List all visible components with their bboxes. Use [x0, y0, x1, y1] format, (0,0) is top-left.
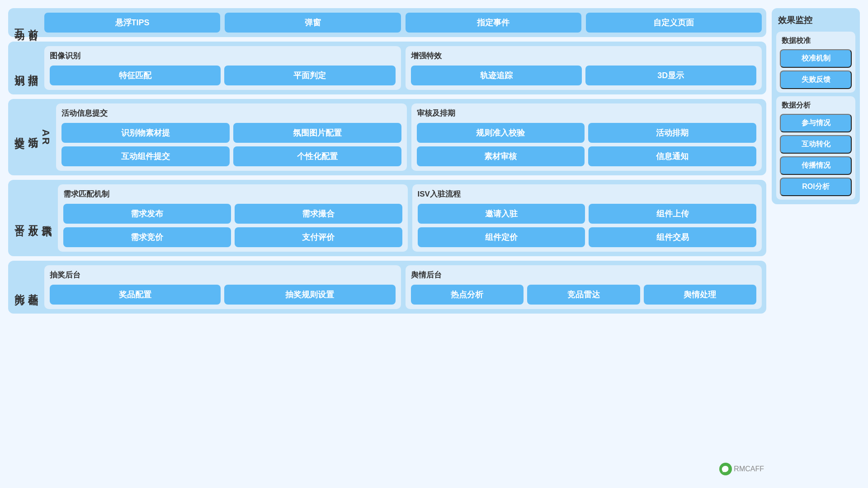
card-activity-title: 活动信息提交: [61, 108, 401, 118]
card-opinion-title: 舆情后台: [411, 270, 757, 280]
data-calibration-card: 数据校准 校准机制 失败反馈: [776, 32, 855, 93]
section-saomiao: 扫描识别 图像识别 特征匹配 平面判定 增强特效 轨迹追踪 3D显示: [8, 42, 766, 94]
lottery-row: 奖品配置 抽奖规则设置: [50, 285, 396, 305]
effect-monitor-section: 效果监控 数据校准 校准机制 失败反馈 数据分析 参与情况 互动转化 传播情况 …: [772, 8, 860, 204]
card-augment-title: 增强特效: [411, 51, 757, 61]
btn-dingprice[interactable]: 组件定价: [418, 227, 585, 247]
card-image-recognition: 图像识别 特征匹配 平面判定: [44, 46, 401, 90]
btn-jiaoyi[interactable]: 组件交易: [589, 227, 756, 247]
btn-xuanfu[interactable]: 悬浮TIPS: [44, 13, 220, 33]
activity-row2: 互动组件提交 个性化配置: [61, 146, 401, 166]
data-calibration-title: 数据校准: [780, 35, 852, 47]
btn-huodongzhuanhua[interactable]: 互动转化: [780, 135, 852, 154]
card-opinion: 舆情后台 热点分析 竞品雷达 舆情处理: [406, 265, 762, 309]
watermark: RMCAFF: [719, 463, 764, 475]
main-content: 前台互动 悬浮TIPS 弹窗 指定事件 自定义页面 扫描识别 图像识别 特征匹配…: [8, 8, 766, 480]
jichu-content: 抽奖后台 奖品配置 抽奖规则设置 舆情后台 热点分析 竞品雷达 舆情处理: [44, 265, 762, 309]
isv-row1: 邀请入驻 组件上传: [418, 204, 757, 224]
btn-yaoqing[interactable]: 邀请入驻: [418, 204, 585, 224]
demand-row1: 需求发布 需求撮合: [63, 204, 402, 224]
wechat-icon: [719, 463, 732, 475]
card-lottery-title: 抽奖后台: [50, 270, 396, 280]
btn-calibrate[interactable]: 校准机制: [780, 49, 852, 68]
isv-row2: 组件定价 组件交易: [418, 227, 757, 247]
btn-yuqing[interactable]: 舆情处理: [644, 285, 757, 305]
label-saomiao: 扫描识别: [13, 46, 40, 90]
btn-pingmian[interactable]: 平面判定: [224, 66, 395, 85]
btn-paiqiu[interactable]: 活动排期: [588, 123, 756, 143]
opinion-row: 热点分析 竞品雷达 舆情处理: [411, 285, 757, 305]
btn-jiangpin[interactable]: 奖品配置: [50, 285, 221, 305]
card-isv-title: ISV入驻流程: [418, 189, 757, 199]
image-btn-row: 特征匹配 平面判定: [50, 66, 396, 85]
label-qiantai: 前台互动: [13, 13, 40, 33]
btn-shangchuan[interactable]: 组件上传: [589, 204, 756, 224]
label-jichu: 基础能力: [13, 265, 40, 309]
btn-tanchuang[interactable]: 弹窗: [225, 13, 401, 33]
activity-row1: 识别物素材提 氛围图片配置: [61, 123, 401, 143]
effect-monitor-title: 效果监控: [776, 13, 855, 28]
review-row2: 素材审核 信息通知: [417, 146, 757, 166]
btn-fabu[interactable]: 需求发布: [63, 204, 231, 224]
btn-cuocao[interactable]: 需求撮合: [235, 204, 402, 224]
watermark-text: RMCAFF: [734, 465, 764, 473]
btn-redian[interactable]: 热点分析: [411, 285, 524, 305]
btn-tezheng[interactable]: 特征匹配: [50, 66, 221, 85]
label-ar: AR活动提交: [13, 103, 52, 171]
btn-guize[interactable]: 规则准入校验: [417, 123, 585, 143]
data-analysis-title: 数据分析: [780, 100, 852, 111]
demand-row2: 需求竞价 支付评价: [63, 227, 402, 247]
calibration-items: 校准机制 失败反馈: [780, 49, 852, 89]
btn-guiji[interactable]: 轨迹追踪: [411, 66, 582, 85]
right-panel: 效果监控 数据校准 校准机制 失败反馈 数据分析 参与情况 互动转化 传播情况 …: [772, 8, 860, 480]
analysis-items: 参与情况 互动转化 传播情况 ROI分析: [780, 114, 852, 196]
card-lottery: 抽奖后台 奖品配置 抽奖规则设置: [44, 265, 401, 309]
section-tencent: 腾讯开放平台 需求匹配机制 需求发布 需求撮合 需求竞价 支付评价 ISV入驻流…: [8, 180, 766, 256]
btn-gexing[interactable]: 个性化配置: [233, 146, 401, 166]
qiantai-buttons: 悬浮TIPS 弹窗 指定事件 自定义页面: [44, 13, 762, 33]
btn-zidingyi[interactable]: 自定义页面: [586, 13, 762, 33]
btn-canyujing[interactable]: 参与情况: [780, 114, 852, 132]
section-jichu: 基础能力 抽奖后台 奖品配置 抽奖规则设置 舆情后台 热点分析 竞品雷达 舆情处…: [8, 261, 766, 314]
btn-jingpin[interactable]: 竞品雷达: [527, 285, 640, 305]
btn-sucai[interactable]: 素材审核: [417, 146, 585, 166]
saomiao-content: 图像识别 特征匹配 平面判定 增强特效 轨迹追踪 3D显示: [44, 46, 762, 90]
section-qiantai: 前台互动 悬浮TIPS 弹窗 指定事件 自定义页面: [8, 8, 766, 37]
btn-shibiezuocai[interactable]: 识别物素材提: [61, 123, 230, 143]
btn-choujiang[interactable]: 抽奖规则设置: [224, 285, 395, 305]
card-activity-info: 活动信息提交 识别物素材提 氛围图片配置 互动组件提交 个性化配置: [56, 103, 407, 171]
btn-zujian[interactable]: 互动组件提交: [61, 146, 230, 166]
card-isv: ISV入驻流程 邀请入驻 组件上传 组件定价 组件交易: [412, 184, 762, 252]
ar-content: 活动信息提交 识别物素材提 氛围图片配置 互动组件提交 个性化配置 审核及排期 …: [56, 103, 762, 171]
tencent-content: 需求匹配机制 需求发布 需求撮合 需求竞价 支付评价 ISV入驻流程 邀请入驻 …: [58, 184, 762, 252]
btn-roi[interactable]: ROI分析: [780, 178, 852, 196]
btn-zhifu[interactable]: 支付评价: [235, 227, 402, 247]
card-review-title: 审核及排期: [417, 108, 757, 118]
btn-chuanbojing[interactable]: 传播情况: [780, 156, 852, 175]
card-review: 审核及排期 规则准入校验 活动排期 素材审核 信息通知: [411, 103, 762, 171]
review-row1: 规则准入校验 活动排期: [417, 123, 757, 143]
card-demand: 需求匹配机制 需求发布 需求撮合 需求竞价 支付评价: [58, 184, 408, 252]
btn-jingbiao[interactable]: 需求竞价: [63, 227, 231, 247]
btn-failure[interactable]: 失败反馈: [780, 70, 852, 89]
section-ar: AR活动提交 活动信息提交 识别物素材提 氛围图片配置 互动组件提交 个性化配置…: [8, 99, 766, 175]
card-augment: 增强特效 轨迹追踪 3D显示: [406, 46, 762, 90]
augment-btn-row: 轨迹追踪 3D显示: [411, 66, 757, 85]
label-tencent: 腾讯开放平台: [13, 184, 53, 252]
card-image-title: 图像识别: [50, 51, 396, 61]
btn-3d[interactable]: 3D显示: [585, 66, 756, 85]
btn-fenwei[interactable]: 氛围图片配置: [233, 123, 401, 143]
data-analysis-card: 数据分析 参与情况 互动转化 传播情况 ROI分析: [776, 96, 855, 200]
btn-zhidingshijian[interactable]: 指定事件: [406, 13, 581, 33]
card-demand-title: 需求匹配机制: [63, 189, 402, 199]
btn-xinxi[interactable]: 信息通知: [588, 146, 756, 166]
